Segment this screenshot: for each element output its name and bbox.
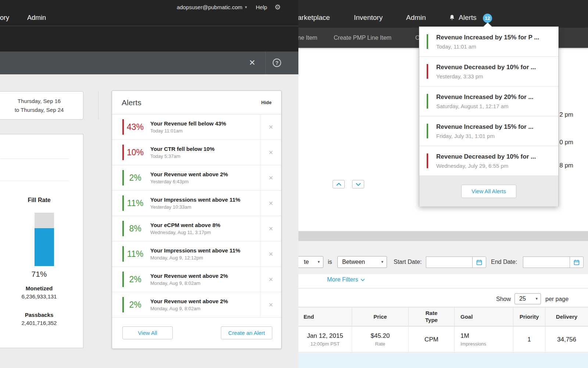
scroll-down-button[interactable] — [352, 180, 364, 188]
view-all-button[interactable]: View All — [122, 326, 173, 339]
column-header-rate-type-label: Rate Type — [423, 310, 440, 324]
nav-item-marketplace[interactable]: arketplace — [298, 14, 330, 22]
alert-time: Yesterday 6:43pm — [150, 179, 260, 184]
date-field-select[interactable]: te ▾ — [298, 256, 323, 268]
column-header-price[interactable]: Price — [352, 307, 409, 326]
panel-divider — [0, 181, 69, 181]
price-sub: Rate — [375, 341, 385, 347]
more-filters-link[interactable]: More Filters — [327, 276, 365, 283]
user-menu: adopsuser@pubmatic.com ▾ Help ⚙ — [177, 3, 281, 11]
help-icon[interactable]: ? — [273, 59, 281, 67]
nav-divider — [0, 26, 298, 26]
vertical-divider — [98, 91, 98, 120]
column-header-end[interactable]: End — [298, 307, 352, 326]
alert-percent: 2% — [124, 173, 147, 183]
hide-link[interactable]: Hide — [261, 100, 272, 105]
table-row[interactable]: Jan 12, 2015 12:00pm PST $45.20 Rate CPM… — [298, 327, 588, 353]
end-date-calendar-button[interactable] — [570, 256, 584, 268]
alert-title: Your Revenue fell below 43% — [150, 120, 260, 127]
dismiss-alert-icon[interactable]: × — [260, 191, 281, 216]
goal-sub: Impressions — [460, 341, 486, 347]
date-range-box: Thursday, Sep 16 to Thursday, Sep 24 — [0, 91, 83, 120]
cell-rate-type: CPM — [409, 327, 455, 352]
monetized-label: Monetized — [0, 285, 83, 291]
table-row-partial[interactable] — [298, 353, 588, 368]
dropdown-alert-item[interactable]: Revenue Decreased by 10% for ...Yesterda… — [419, 57, 558, 86]
operator-select[interactable]: Between ▾ — [337, 256, 387, 268]
alert-title: Revenue Increased by 20% for ... — [436, 93, 534, 101]
dropdown-alert-item[interactable]: Revenue Increased by 15% for P ...Today,… — [419, 27, 558, 57]
dismiss-alert-icon[interactable]: × — [260, 292, 281, 317]
close-icon[interactable]: × — [249, 57, 255, 68]
alert-title: Your CTR fell below 10% — [150, 146, 260, 152]
subnav-item-create-pmp-line-item[interactable]: Create PMP Line Item — [334, 35, 391, 41]
subnav-item-create-line-item[interactable]: ne Item — [298, 35, 317, 41]
nav-item-admin[interactable]: Admin — [27, 14, 46, 22]
dismiss-alert-icon[interactable]: × — [260, 267, 281, 292]
nav-item-inventory-cut[interactable]: ory — [0, 14, 9, 22]
nav-item-admin[interactable]: Admin — [406, 14, 426, 22]
column-header-priority[interactable]: Priority — [513, 307, 545, 326]
alert-time: Monday, Aug 9, 8:02am — [150, 306, 260, 311]
user-email-dropdown[interactable]: adopsuser@pubmatic.com — [177, 4, 243, 10]
panel-header-strip — [298, 231, 588, 241]
alert-title: Revenue Increased by 15% for P ... — [436, 34, 539, 41]
chevron-down-icon[interactable]: ▾ — [245, 5, 247, 10]
alert-title: Revenue Decreased by 10% for ... — [436, 64, 536, 71]
alert-item: 8% Your eCPM went above 8%Wednesday, Aug… — [112, 216, 281, 241]
gear-icon[interactable]: ⚙ — [275, 3, 281, 11]
dropdown-alert-item[interactable]: Revenue Decreased by 10% for ...Wednesda… — [419, 146, 558, 176]
start-date-calendar-button[interactable] — [472, 256, 486, 268]
chevron-down-icon — [361, 279, 365, 281]
alert-time: Today, 11:01 am — [436, 43, 539, 50]
calendar-icon — [476, 259, 482, 265]
panel-divider — [0, 159, 69, 159]
top-header: adopsuser@pubmatic.com ▾ Help ⚙ ory Admi… — [0, 0, 298, 52]
alert-title: Your eCPM went above 8% — [150, 222, 260, 228]
alert-item: 11% Your Impressions went above 11%Yeste… — [112, 191, 281, 216]
alert-item: 11% Your Impressions went above 11%Monda… — [112, 241, 281, 267]
trend-bar — [427, 153, 428, 168]
rate-type-value: CPM — [424, 336, 438, 343]
alert-item: 10% Your CTR fell below 10%Today 5:37am … — [112, 140, 281, 165]
dismiss-alert-icon[interactable]: × — [260, 165, 281, 190]
fill-rate-percent: 71% — [0, 270, 83, 279]
start-date-input[interactable] — [426, 256, 473, 268]
create-alert-button[interactable]: Create an Alert — [221, 326, 272, 339]
alert-title: Your Impressions went above 11% — [150, 247, 260, 254]
alert-percent: 10% — [124, 148, 147, 158]
alert-item: 2% Your Revenue went above 2%Yesterday 6… — [112, 165, 281, 191]
alert-title: Your Impressions went above 11% — [150, 197, 260, 203]
end-date-label: End Date: — [491, 259, 517, 265]
dropdown-footer: View All Alerts — [419, 176, 558, 206]
dismiss-alert-icon[interactable]: × — [260, 216, 281, 241]
table-header: End Price Rate Type Goal Priority Delive… — [298, 307, 588, 326]
bell-icon[interactable] — [448, 14, 456, 21]
dismiss-alert-icon[interactable]: × — [260, 241, 281, 266]
column-header-rate-type[interactable]: Rate Type — [409, 307, 455, 326]
nav-item-alerts[interactable]: Alerts — [459, 14, 477, 22]
cell-end: Jan 12, 2015 12:00pm PST — [298, 327, 352, 352]
cell-delivery: 34,756 — [545, 327, 588, 352]
operator-value: Between — [342, 259, 365, 265]
dropdown-alert-item[interactable]: Revenue Increased by 15% for ...Friday, … — [419, 116, 558, 146]
alert-item: 2% Your Revenue went above 2%Monday, Aug… — [112, 292, 281, 318]
fill-rate-bar-fill — [35, 228, 54, 266]
view-all-alerts-button[interactable]: View All Alerts — [461, 185, 516, 198]
page-size-select[interactable]: 25 ▾ — [514, 293, 541, 304]
nav-item-inventory[interactable]: Inventory — [354, 14, 383, 22]
per-page-label: per page — [545, 296, 569, 302]
alert-time: Friday, July 31, 1:01 pm — [436, 133, 534, 139]
dismiss-alert-icon[interactable]: × — [260, 114, 281, 139]
dropdown-alert-item[interactable]: Revenue Increased by 20% for ...Saturday… — [419, 86, 558, 116]
end-date-input[interactable] — [523, 256, 570, 268]
alert-percent: 11% — [124, 249, 147, 259]
scroll-up-button[interactable] — [333, 180, 345, 188]
dismiss-alert-icon[interactable]: × — [260, 140, 281, 165]
column-header-goal[interactable]: Goal — [455, 307, 513, 326]
alert-percent: 2% — [124, 275, 147, 284]
alerts-card: Alerts Hide 43% Your Revenue fell below … — [112, 91, 282, 349]
help-link[interactable]: Help — [256, 4, 267, 10]
alerts-count-badge: 12 — [483, 14, 492, 23]
column-header-delivery[interactable]: Delivery — [545, 307, 588, 326]
